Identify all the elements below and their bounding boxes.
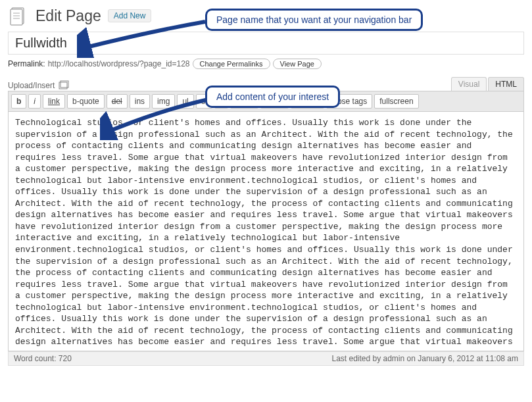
view-page-button[interactable]: View Page	[273, 59, 322, 69]
permalink-url: http://localhost/wordpress/?page_id=128	[48, 59, 190, 68]
toolbar-img[interactable]: img	[152, 94, 175, 109]
callout-page-name: Page name that you want at your navigati…	[205, 9, 423, 31]
toolbar-link[interactable]: link	[43, 94, 65, 109]
add-media-icon[interactable]	[59, 80, 69, 91]
toolbar-italic[interactable]: i	[28, 94, 41, 109]
word-count: Word count: 720	[14, 354, 72, 363]
toolbar-fullscreen[interactable]: fullscreen	[374, 94, 418, 109]
change-permalinks-button[interactable]: Change Permalinks	[193, 59, 270, 69]
svg-rect-1	[11, 9, 22, 25]
content-editor[interactable]	[9, 112, 523, 349]
toolbar-del[interactable]: del	[107, 94, 128, 109]
callout-add-content: Add content of your interest	[205, 86, 340, 108]
toolbar-ins[interactable]: ins	[130, 94, 150, 109]
page-title: Edit Page	[36, 7, 101, 25]
permalink-label: Permalink:	[8, 59, 45, 68]
toolbar-bold[interactable]: b	[11, 94, 26, 109]
tab-html[interactable]: HTML	[488, 77, 524, 91]
post-title-input[interactable]	[8, 32, 524, 55]
tab-visual[interactable]: Visual	[451, 77, 487, 91]
upload-insert-label: Upload/Insert	[8, 81, 55, 90]
last-edited: Last edited by admin on January 6, 2012 …	[331, 354, 518, 363]
toolbar-bquote[interactable]: b-quote	[67, 94, 105, 109]
page-icon	[8, 5, 29, 26]
add-new-button[interactable]: Add New	[108, 9, 152, 22]
toolbar-ul[interactable]: ul	[177, 94, 193, 109]
